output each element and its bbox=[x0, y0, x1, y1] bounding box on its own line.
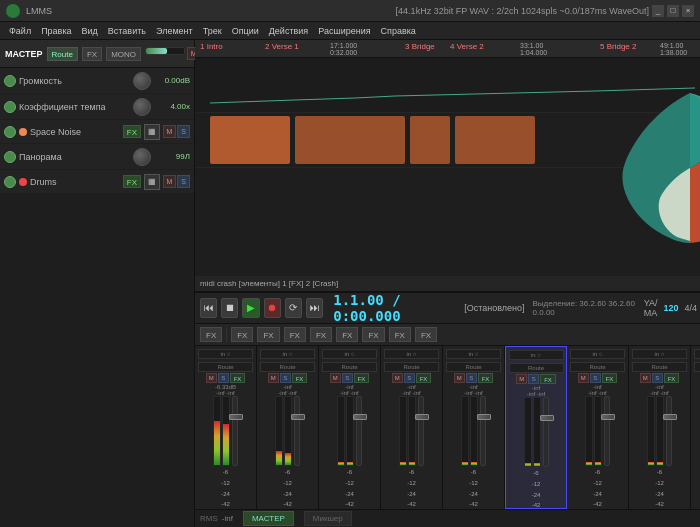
volume-knob[interactable] bbox=[133, 72, 151, 90]
mixer-fx2-button[interactable]: FX bbox=[257, 327, 279, 342]
panorama-knob[interactable] bbox=[133, 148, 151, 166]
marker-verse1: 2 Verse 1 bbox=[265, 42, 299, 51]
drums-pattern-button[interactable]: ▦ bbox=[144, 174, 160, 190]
ch3-solo[interactable]: S bbox=[342, 373, 353, 383]
menu-file[interactable]: Файл bbox=[4, 26, 36, 36]
ch5-solo[interactable]: S bbox=[466, 373, 477, 383]
ch2-mute[interactable]: M bbox=[268, 373, 279, 383]
mixer-fx6-button[interactable]: FX bbox=[362, 327, 384, 342]
route-button[interactable]: Route bbox=[47, 47, 78, 61]
master-volume-slider[interactable] bbox=[145, 47, 185, 55]
arrange-view[interactable]: 1 Intro 2 Verse 1 17:1.0000:32.000 3 Bri… bbox=[195, 40, 700, 276]
ch3-fx[interactable]: FX bbox=[354, 373, 370, 383]
master-tab[interactable]: МАСТЕР bbox=[243, 511, 294, 526]
menu-actions[interactable]: Действия bbox=[264, 26, 313, 36]
ch8-fader-knob[interactable] bbox=[663, 414, 677, 420]
ch3-fader-knob[interactable] bbox=[353, 414, 367, 420]
ch3-fader[interactable] bbox=[356, 396, 362, 466]
menu-edit[interactable]: Правка bbox=[36, 26, 76, 36]
mixer-fx8-button[interactable]: FX bbox=[415, 327, 437, 342]
drums-power[interactable] bbox=[4, 176, 16, 188]
mixer-fx-button[interactable]: FX bbox=[200, 327, 222, 342]
mixer-ch-button[interactable]: FX bbox=[231, 327, 253, 342]
menu-options[interactable]: Опции bbox=[227, 26, 264, 36]
ch8-fader[interactable] bbox=[666, 396, 672, 466]
ch6-fader[interactable] bbox=[543, 397, 549, 467]
tempo-power-button[interactable] bbox=[4, 101, 16, 113]
ch6-mute[interactable]: M bbox=[516, 374, 527, 384]
ch3-mute[interactable]: M bbox=[330, 373, 341, 383]
mixer-tab[interactable]: Микшер bbox=[304, 511, 352, 526]
ch8-fx[interactable]: FX bbox=[664, 373, 680, 383]
panorama-power[interactable] bbox=[4, 151, 16, 163]
space-noise-power[interactable] bbox=[4, 126, 16, 138]
drums-clip-1[interactable] bbox=[210, 116, 290, 164]
ch1-mute[interactable]: M bbox=[206, 373, 217, 383]
timeline-ruler[interactable]: 1 Intro 2 Verse 1 17:1.0000:32.000 3 Bri… bbox=[195, 40, 700, 58]
ch6-fader-knob[interactable] bbox=[540, 415, 554, 421]
ch4-mute[interactable]: M bbox=[392, 373, 403, 383]
drums-solo[interactable]: S bbox=[177, 175, 190, 188]
drums-fx-button[interactable]: FX bbox=[123, 175, 141, 188]
maximize-button[interactable]: □ bbox=[667, 5, 679, 17]
drums-mute[interactable]: M bbox=[163, 175, 176, 188]
ch4-fx[interactable]: FX bbox=[416, 373, 432, 383]
play-button[interactable]: ▶ bbox=[242, 298, 259, 318]
ch7-fader[interactable] bbox=[604, 396, 610, 466]
ch4-fader[interactable] bbox=[418, 396, 424, 466]
ch5-fx[interactable]: FX bbox=[478, 373, 494, 383]
mixer-fx5-button[interactable]: FX bbox=[336, 327, 358, 342]
tempo-knob[interactable] bbox=[133, 98, 151, 116]
ch1-solo[interactable]: S bbox=[218, 373, 229, 383]
menu-extensions[interactable]: Расширения bbox=[313, 26, 375, 36]
space-noise-fx-button[interactable]: FX bbox=[123, 125, 141, 138]
menu-track[interactable]: Трек bbox=[198, 26, 227, 36]
mixer-fx7-button[interactable]: FX bbox=[389, 327, 411, 342]
ch1-fader-knob[interactable] bbox=[229, 414, 243, 420]
menu-view[interactable]: Вид bbox=[77, 26, 103, 36]
space-noise-pattern-button[interactable]: ▦ bbox=[144, 124, 160, 140]
ch5-fader[interactable] bbox=[480, 396, 486, 466]
mono-button[interactable]: MONO bbox=[106, 47, 141, 61]
ch6-fx[interactable]: FX bbox=[540, 374, 556, 384]
ch2-fader[interactable] bbox=[294, 396, 300, 466]
drums-clip-2[interactable] bbox=[295, 116, 405, 164]
menu-help[interactable]: Справка bbox=[376, 26, 421, 36]
ch5-fader-knob[interactable] bbox=[477, 414, 491, 420]
ch7-fader-knob[interactable] bbox=[601, 414, 615, 420]
menu-insert[interactable]: Вставить bbox=[103, 26, 151, 36]
stop-button[interactable]: ⏹ bbox=[221, 298, 238, 318]
ch6-solo[interactable]: S bbox=[528, 374, 539, 384]
ch4-solo[interactable]: S bbox=[404, 373, 415, 383]
ch1-fader[interactable] bbox=[232, 396, 238, 466]
close-button[interactable]: × bbox=[682, 5, 694, 17]
ch1-fx[interactable]: FX bbox=[230, 373, 246, 383]
space-noise-solo[interactable]: S bbox=[177, 125, 190, 138]
ch6-ms: M S FX bbox=[516, 374, 556, 384]
volume-power-button[interactable] bbox=[4, 75, 16, 87]
add-marker-button[interactable]: ⏭ bbox=[306, 298, 323, 318]
mixer-fx3-button[interactable]: FX bbox=[284, 327, 306, 342]
ch5-mute[interactable]: M bbox=[454, 373, 465, 383]
ch2-fader-knob[interactable] bbox=[291, 414, 305, 420]
ch4-fader-knob[interactable] bbox=[415, 414, 429, 420]
loop-button[interactable]: ⟳ bbox=[285, 298, 302, 318]
ch8-mute[interactable]: M bbox=[640, 373, 651, 383]
drums-clip-3[interactable] bbox=[410, 116, 450, 164]
status-bar: RMS -inf МАСТЕР Микшер bbox=[195, 509, 700, 527]
space-noise-mute[interactable]: M bbox=[163, 125, 176, 138]
ch2-solo[interactable]: S bbox=[280, 373, 291, 383]
fx-button[interactable]: FX bbox=[82, 47, 102, 61]
minimize-button[interactable]: _ bbox=[652, 5, 664, 17]
mixer-fx4-button[interactable]: FX bbox=[310, 327, 332, 342]
ch2-fx[interactable]: FX bbox=[292, 373, 308, 383]
ch8-solo[interactable]: S bbox=[652, 373, 663, 383]
ch7-solo[interactable]: S bbox=[590, 373, 601, 383]
record-button[interactable]: ⏺ bbox=[264, 298, 281, 318]
rewind-button[interactable]: ⏮ bbox=[200, 298, 217, 318]
ch1-level-right bbox=[222, 396, 230, 466]
ch7-fx[interactable]: FX bbox=[602, 373, 618, 383]
menu-element[interactable]: Элемент bbox=[151, 26, 198, 36]
ch7-mute[interactable]: M bbox=[578, 373, 589, 383]
drums-clip-4[interactable] bbox=[455, 116, 535, 164]
